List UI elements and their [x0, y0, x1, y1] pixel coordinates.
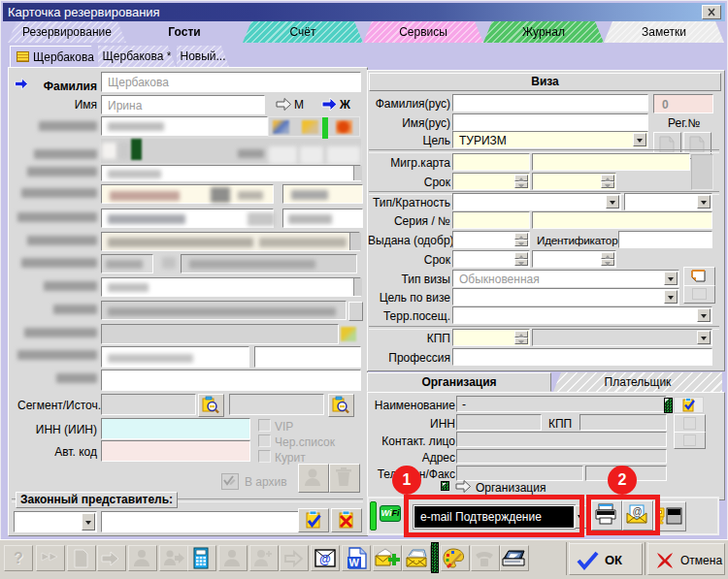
- svg-text:W: W: [349, 557, 360, 568]
- svg-text:@: @: [319, 553, 331, 566]
